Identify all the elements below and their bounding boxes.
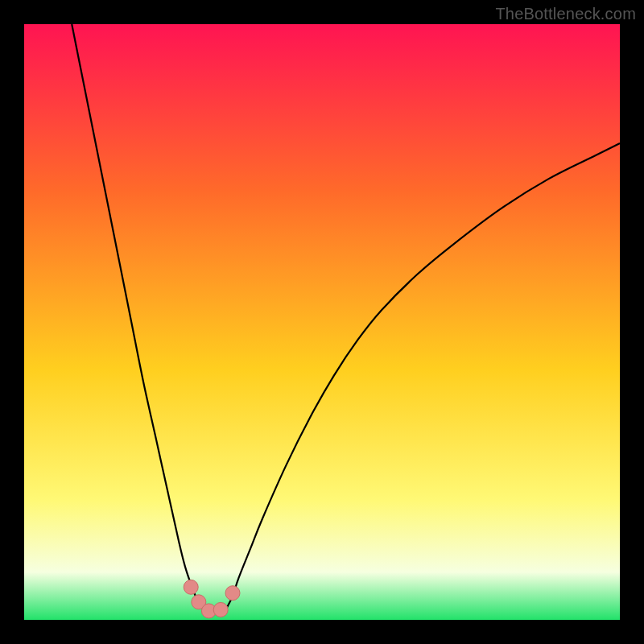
plot-area [24, 24, 620, 620]
watermark-text: TheBottleneck.com [495, 5, 636, 23]
marker-dot [184, 580, 198, 594]
gradient-background [24, 24, 620, 620]
bottleneck-chart [24, 24, 620, 620]
marker-dot [225, 586, 240, 601]
marker-dot [213, 602, 228, 617]
chart-frame: { "watermark": "TheBottleneck.com", "col… [0, 0, 644, 644]
